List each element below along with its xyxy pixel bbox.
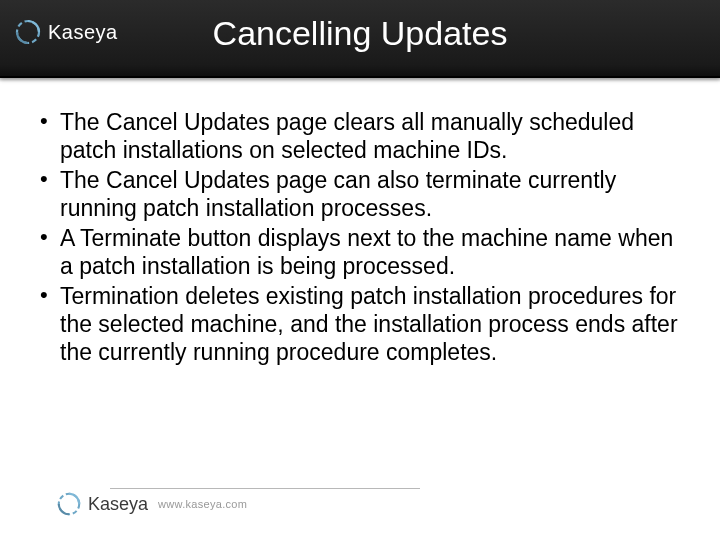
list-item: The Cancel Updates page can also termina…	[36, 166, 684, 222]
list-item: A Terminate button displays next to the …	[36, 224, 684, 280]
brand-logo-bottom: Kaseya	[56, 491, 148, 517]
bullet-list: The Cancel Updates page clears all manua…	[36, 108, 684, 366]
slide-content: The Cancel Updates page clears all manua…	[0, 78, 720, 366]
slide-title: Cancelling Updates	[0, 14, 720, 53]
brand-mark-icon	[56, 491, 82, 517]
list-item: Termination deletes existing patch insta…	[36, 282, 684, 366]
slide-footer: Kaseya www.kaseya.com	[0, 482, 720, 526]
footer-divider	[110, 488, 420, 489]
slide-header: Kaseya Cancelling Updates	[0, 0, 720, 78]
brand-url: www.kaseya.com	[158, 498, 247, 510]
brand-name-bottom: Kaseya	[88, 494, 148, 515]
list-item: The Cancel Updates page clears all manua…	[36, 108, 684, 164]
